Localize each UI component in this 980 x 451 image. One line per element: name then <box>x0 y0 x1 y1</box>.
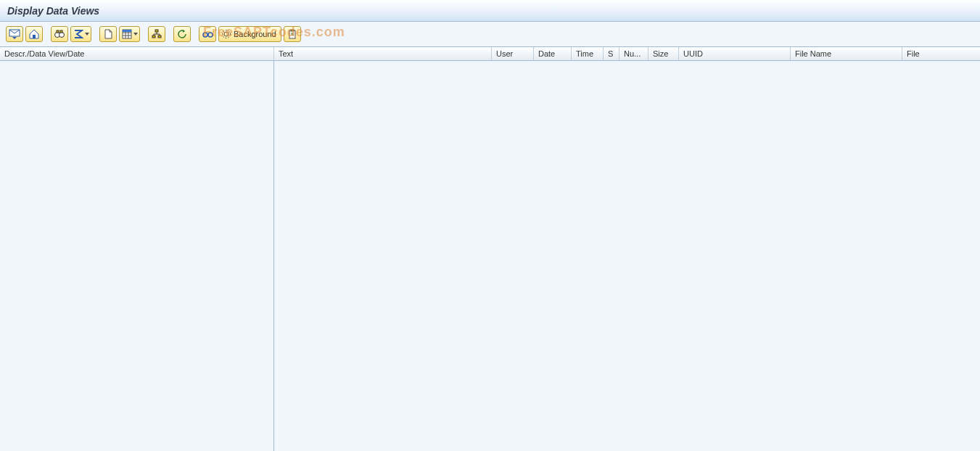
svg-rect-13 <box>152 36 155 38</box>
toolbar: Background FreeSAPTcodes.com <box>0 22 980 46</box>
layout-button[interactable] <box>119 26 140 42</box>
column-header-time[interactable]: Time <box>572 47 604 60</box>
tree-pane[interactable] <box>0 61 274 451</box>
column-header-text[interactable]: Text <box>274 47 492 60</box>
separator <box>144 27 144 41</box>
svg-point-19 <box>203 33 207 37</box>
svg-rect-12 <box>155 30 158 32</box>
content-area <box>0 61 980 451</box>
refresh-button[interactable] <box>173 26 191 42</box>
document-icon <box>103 29 113 39</box>
gear-icon <box>221 29 231 39</box>
grid-icon <box>122 29 132 39</box>
dropdown-caret-icon <box>85 33 89 36</box>
svg-point-23 <box>223 30 231 38</box>
svg-rect-14 <box>158 36 161 38</box>
refresh-icon <box>177 29 187 39</box>
toggle-button[interactable] <box>199 26 216 42</box>
title-bar: Display Data Views <box>0 0 980 22</box>
house-up-icon <box>28 29 40 39</box>
svg-point-3 <box>59 33 65 38</box>
svg-rect-1 <box>33 35 36 38</box>
envelope-down-icon <box>9 29 20 39</box>
collapse-button[interactable] <box>25 26 43 42</box>
column-header-filename[interactable]: File Name <box>791 47 902 60</box>
detail-pane[interactable] <box>274 61 980 451</box>
column-header-date[interactable]: Date <box>534 47 572 60</box>
sigma-icon <box>73 29 83 39</box>
separator <box>46 27 47 41</box>
column-header-nu[interactable]: Nu... <box>619 47 648 60</box>
separator <box>169 27 170 41</box>
svg-point-20 <box>208 33 213 37</box>
svg-rect-4 <box>57 30 59 33</box>
svg-rect-11 <box>123 30 131 32</box>
column-header-size[interactable]: Size <box>648 47 679 60</box>
svg-rect-5 <box>60 30 62 33</box>
hierarchy-button[interactable] <box>148 26 165 42</box>
column-header-user[interactable]: User <box>492 47 534 60</box>
grid-header: Descr./Data View/Date Text User Date Tim… <box>0 46 980 61</box>
hierarchy-icon <box>152 29 162 39</box>
svg-point-22 <box>224 32 228 36</box>
separator <box>95 27 96 41</box>
app-window: Display Data Views <box>0 0 980 451</box>
page-title: Display Data Views <box>7 5 99 17</box>
separator <box>194 27 195 41</box>
column-header-s[interactable]: S <box>604 47 619 60</box>
clipboard-button[interactable] <box>284 26 301 42</box>
column-header-file[interactable]: File <box>902 47 969 60</box>
find-button[interactable] <box>51 26 68 42</box>
glasses-icon <box>202 29 213 39</box>
binoculars-icon <box>54 29 65 39</box>
dropdown-caret-icon <box>133 33 138 36</box>
background-button[interactable]: Background <box>218 26 281 42</box>
column-header-descr[interactable]: Descr./Data View/Date <box>0 47 274 60</box>
svg-rect-25 <box>291 30 294 31</box>
background-button-label: Background <box>234 30 276 38</box>
clipboard-icon <box>287 29 297 39</box>
column-header-uuid[interactable]: UUID <box>679 47 791 60</box>
expand-details-button[interactable] <box>6 26 23 42</box>
export-button[interactable] <box>99 26 117 42</box>
sum-button[interactable] <box>70 26 91 42</box>
